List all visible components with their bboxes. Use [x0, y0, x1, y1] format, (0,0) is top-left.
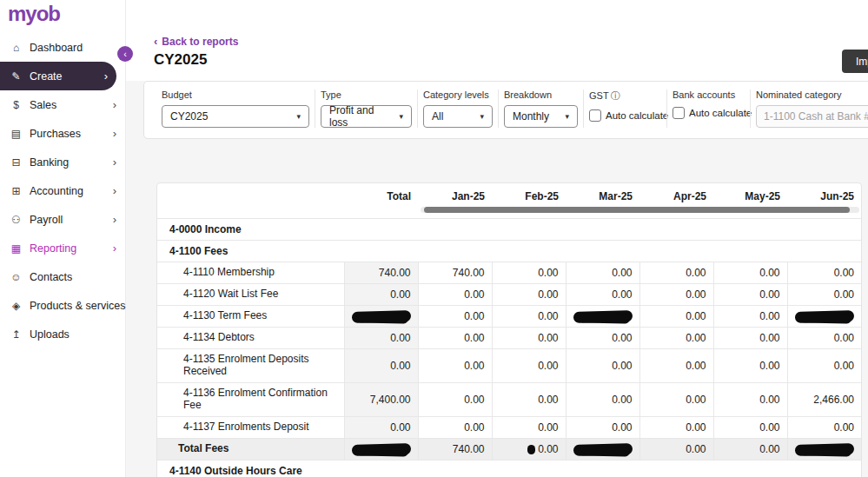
cell-apr-25[interactable]: 0.00: [639, 262, 713, 284]
cell-mar-25[interactable]: 0.00: [566, 349, 639, 383]
gst-auto-calculate-row[interactable]: Auto calculate: [589, 109, 661, 122]
cell-may-25: 0.00: [713, 438, 787, 460]
cell-apr-25[interactable]: 0.00: [639, 349, 713, 383]
redaction-scribble: [351, 443, 410, 456]
top-bar: ‹ Back to reports CY2025 Import: [126, 0, 868, 81]
cell-feb-25[interactable]: 0.00: [492, 306, 566, 328]
bank-accounts-auto-calculate-row[interactable]: Auto calculate: [673, 107, 745, 119]
cell-jun-25[interactable]: 0.00: [787, 328, 861, 349]
cell-jan-25[interactable]: 0.00: [418, 349, 492, 383]
cell-feb-25[interactable]: 0.00: [492, 382, 566, 416]
cell-may-25[interactable]: 0.00: [713, 382, 787, 416]
sidebar-collapse-button[interactable]: ‹: [117, 46, 133, 62]
cell-feb-25[interactable]: 0.00: [492, 416, 566, 438]
sidebar-item-label: Banking: [30, 156, 69, 169]
cell-feb-25[interactable]: 0.00: [492, 284, 566, 306]
cell-jun-25: [787, 438, 861, 460]
cell-jan-25[interactable]: 740.00: [418, 262, 492, 284]
app-window: myob ‹ ⌂Dashboard✎Create›$Sales›▤Purchas…: [0, 0, 868, 477]
cell-jan-25[interactable]: 0.00: [418, 306, 492, 328]
cell-apr-25[interactable]: 0.00: [639, 306, 713, 328]
cell-jan-25[interactable]: 0.00: [418, 328, 492, 349]
column-header-may-25: May-25: [713, 183, 787, 219]
cell-total: 0.00: [344, 328, 418, 349]
breakdown-select[interactable]: Monthly ▾: [504, 105, 578, 128]
nominated-category-input[interactable]: [756, 105, 868, 128]
sidebar-item-reporting[interactable]: ▦Reporting›: [0, 234, 125, 262]
sidebar-item-uploads[interactable]: ↥Uploads: [0, 320, 125, 348]
cell-may-25[interactable]: 0.00: [713, 306, 787, 328]
import-button[interactable]: Import: [842, 50, 868, 73]
sidebar-item-products-services[interactable]: ◈Products & services: [0, 291, 125, 320]
table-row-4-1134-debtors: 4-1134 Debtors0.000.000.000.000.000.000.…: [157, 328, 861, 349]
cell-mar-25[interactable]: [566, 306, 639, 328]
filter-bank-accounts: Bank accounts Auto calculate: [667, 89, 750, 119]
cell-feb-25[interactable]: 0.00: [492, 262, 566, 284]
sidebar-item-label: Create: [30, 70, 63, 83]
filter-category-levels: Category levels All ▾: [418, 89, 498, 128]
horizontal-scrollbar[interactable]: [421, 207, 859, 213]
cell-may-25[interactable]: 0.00: [713, 284, 787, 306]
cell-may-25[interactable]: 0.00: [713, 349, 787, 383]
cell-jun-25[interactable]: 0.00: [787, 349, 861, 383]
sidebar-item-dashboard[interactable]: ⌂Dashboard: [0, 33, 125, 62]
cell-apr-25[interactable]: 0.00: [639, 284, 713, 306]
budget-table-card: TotalJan-25Feb-25Mar-25Apr-25May-25Jun-2…: [156, 182, 862, 477]
sidebar-item-label: Sales: [30, 99, 56, 111]
sidebar-item-label: Dashboard: [30, 42, 83, 54]
sidebar-item-banking[interactable]: ⊟Banking›: [0, 148, 125, 176]
cell-jun-25[interactable]: 0.00: [787, 284, 861, 306]
sidebar-item-payroll[interactable]: ⚇Payroll›: [0, 205, 125, 234]
cell-mar-25[interactable]: 0.00: [566, 262, 639, 284]
cell-mar-25[interactable]: 0.00: [566, 328, 639, 349]
cell-may-25[interactable]: 0.00: [713, 416, 787, 438]
horizontal-scrollbar-thumb[interactable]: [424, 207, 850, 213]
sidebar-item-sales[interactable]: $Sales›: [0, 90, 125, 119]
sidebar-item-accounting[interactable]: ⊞Accounting›: [0, 176, 125, 205]
chevron-left-icon: ‹: [154, 35, 157, 48]
cell-jun-25[interactable]: 0.00: [787, 416, 861, 438]
type-select[interactable]: Profit and loss ▾: [321, 105, 412, 128]
cell-mar-25[interactable]: 0.00: [566, 382, 639, 416]
cell-jan-25[interactable]: 0.00: [418, 382, 492, 416]
cell-total: 0.00: [344, 284, 418, 306]
cell-may-25[interactable]: 0.00: [713, 262, 787, 284]
chevron-down-icon: ▾: [399, 112, 403, 121]
cell-mar-25[interactable]: 0.00: [566, 284, 639, 306]
gst-auto-calculate-checkbox[interactable]: [589, 109, 601, 122]
cell-feb-25[interactable]: 0.00: [492, 349, 566, 383]
sidebar-item-label: Accounting: [30, 185, 83, 197]
cell-mar-25[interactable]: 0.00: [566, 416, 639, 438]
budget-select[interactable]: CY2025 ▾: [162, 105, 309, 128]
table-row-4-1110-membership: 4-1110 Membership740.00740.000.000.000.0…: [157, 262, 861, 284]
cell-jun-25[interactable]: 0.00: [787, 262, 861, 284]
cell-jun-25[interactable]: 2,466.00: [787, 382, 861, 416]
table-row-4-1136-enrolment-confirmation-fee: 4-1136 Enrolment Confirmation Fee7,400.0…: [157, 382, 861, 416]
cell-jan-25[interactable]: 0.00: [418, 416, 492, 438]
sidebar-item-label: Contacts: [30, 271, 72, 283]
sidebar-item-contacts[interactable]: ☺Contacts: [0, 262, 125, 291]
filter-type: Type Profit and loss ▾: [315, 89, 417, 128]
products-icon: ◈: [10, 300, 23, 312]
table-row-4-1135-enrolment-deposits-received: 4-1135 Enrolment Deposits Received0.000.…: [157, 349, 861, 383]
sidebar-item-purchases[interactable]: ▤Purchases›: [0, 119, 125, 148]
cell-jan-25[interactable]: 0.00: [418, 284, 492, 306]
cell-apr-25[interactable]: 0.00: [639, 382, 713, 416]
bank-accounts-auto-calculate-checkbox[interactable]: [673, 107, 685, 119]
back-to-reports-link[interactable]: ‹ Back to reports: [154, 35, 238, 48]
bank-accounts-label: Bank accounts: [673, 89, 745, 100]
sidebar: myob ‹ ⌂Dashboard✎Create›$Sales›▤Purchas…: [0, 0, 126, 477]
chevron-right-icon: ›: [113, 98, 116, 111]
cell-jun-25[interactable]: [787, 306, 861, 328]
table-row-4-1130-term-fees: 4-1130 Term Fees0.000.000.000.00: [157, 306, 861, 328]
column-header-jan-25: Jan-25: [418, 183, 492, 219]
budget-select-value: CY2025: [170, 110, 208, 123]
category-levels-select[interactable]: All ▾: [423, 105, 493, 128]
info-icon[interactable]: ⓘ: [611, 90, 620, 101]
cell-apr-25[interactable]: 0.00: [639, 328, 713, 349]
gst-checkbox-label: Auto calculate: [606, 110, 668, 121]
sidebar-item-create[interactable]: ✎Create›: [0, 62, 116, 90]
cell-may-25[interactable]: 0.00: [713, 328, 787, 349]
cell-apr-25[interactable]: 0.00: [639, 416, 713, 438]
cell-feb-25[interactable]: 0.00: [492, 328, 566, 349]
